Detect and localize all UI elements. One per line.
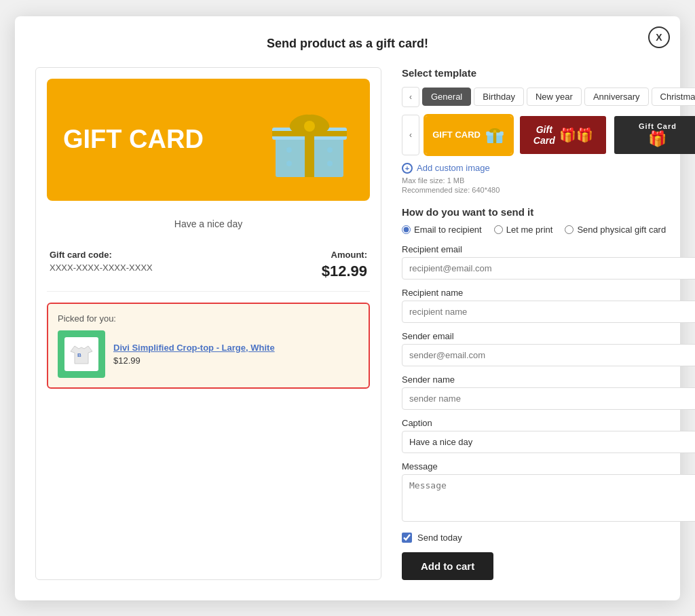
message-textarea[interactable] <box>402 474 695 522</box>
picked-product: B Divi Simplified Crop-top - Large, Whit… <box>58 330 359 378</box>
send-today-label: Send today <box>417 533 462 543</box>
svg-point-6 <box>304 121 315 132</box>
send-option-print-radio[interactable] <box>494 225 503 234</box>
template-thumb-dark[interactable]: Gift Card 🎁 <box>612 114 695 156</box>
template-dark-text: Gift Card <box>639 122 677 130</box>
tab-christmas[interactable]: Christma <box>652 88 695 106</box>
svg-point-7 <box>286 147 292 153</box>
gift-card-code-label: Gift card code: <box>50 250 153 260</box>
gift-card-preview: GIFT CARD <box>47 79 370 201</box>
template-red-text: GiftCard <box>533 124 555 146</box>
send-option-physical-label: Send physical gift card <box>577 225 666 235</box>
send-today-row: Send today <box>402 533 695 543</box>
gift-card-modal: X Send product as a gift card! GIFT CARD <box>15 16 680 600</box>
tab-birthday[interactable]: Birthday <box>474 88 524 106</box>
send-method-radio-group: Email to recipient Let me print Send phy… <box>402 225 695 235</box>
svg-rect-3 <box>272 131 347 136</box>
send-option-print-label: Let me print <box>506 225 553 235</box>
template-red-gifts: 🎁🎁 <box>559 127 593 143</box>
recipient-email-label: Recipient email <box>402 244 695 254</box>
right-panel: Select template ‹ General Birthday New y… <box>402 67 695 580</box>
product-details: Divi Simplified Crop-top - Large, White … <box>113 343 275 366</box>
left-panel: GIFT CARD <box>35 67 381 580</box>
gift-card-amount-value: $12.99 <box>322 263 367 280</box>
modal-body: GIFT CARD <box>35 67 660 580</box>
gift-card-amount-label: Amount: <box>322 250 367 260</box>
recipient-name-label: Recipient name <box>402 288 695 298</box>
svg-marker-11 <box>71 346 92 364</box>
select-template-title: Select template <box>402 67 695 79</box>
template-tabs: ‹ General Birthday New year Anniversary … <box>402 87 695 107</box>
product-thumbnail: B <box>58 330 105 378</box>
sender-name-group: Sender name <box>402 374 695 410</box>
sender-name-input[interactable] <box>402 387 695 410</box>
recipient-name-input[interactable] <box>402 301 695 323</box>
gift-card-title: GIFT CARD <box>63 126 204 154</box>
svg-point-8 <box>327 147 333 153</box>
tab-new-year[interactable]: New year <box>527 88 582 106</box>
tabs-prev-button[interactable]: ‹ <box>402 87 419 107</box>
send-option-email-label: Email to recipient <box>414 225 482 235</box>
message-label: Message <box>402 461 695 471</box>
max-file-size-hint: Max file size: 1 MB <box>402 176 695 185</box>
send-option-physical[interactable]: Send physical gift card <box>565 225 666 235</box>
picked-label: Picked for you: <box>58 313 359 324</box>
send-option-email[interactable]: Email to recipient <box>402 225 482 235</box>
gift-card-info: Gift card code: XXXX-XXXX-XXXX-XXXX Amou… <box>47 250 370 292</box>
send-option-physical-radio[interactable] <box>565 225 574 234</box>
add-to-cart-button[interactable]: Add to cart <box>402 552 493 580</box>
template-orange-text: GIFT CARD <box>432 130 481 140</box>
recipient-name-group: Recipient name <box>402 288 695 323</box>
caption-input[interactable] <box>402 431 695 453</box>
picked-for-you-section: Picked for you: B Divi Simplified Crop-t… <box>47 303 370 389</box>
send-option-email-radio[interactable] <box>402 225 411 234</box>
svg-text:B: B <box>77 352 81 358</box>
tab-general[interactable]: General <box>422 88 471 106</box>
template-images-prev-button[interactable]: ‹ <box>402 115 419 155</box>
gift-card-code-value: XXXX-XXXX-XXXX-XXXX <box>50 263 153 273</box>
sender-email-input[interactable] <box>402 344 695 366</box>
sender-email-group: Sender email <box>402 331 695 366</box>
add-custom-image-link[interactable]: + Add custom image <box>402 163 695 174</box>
gift-card-message: Have a nice day <box>47 212 370 236</box>
caption-group: Caption <box>402 418 695 453</box>
product-price: $12.99 <box>113 355 275 366</box>
modal-title: Send product as a gift card! <box>35 37 660 51</box>
close-button[interactable]: X <box>648 26 670 48</box>
recipient-email-group: Recipient email <box>402 244 695 280</box>
svg-rect-15 <box>493 131 497 142</box>
sender-name-label: Sender name <box>402 374 695 385</box>
template-images: ‹ GIFT CARD <box>402 114 695 156</box>
svg-point-18 <box>493 130 497 133</box>
template-dark-gift-emoji: 🎁 <box>639 130 677 148</box>
template-thumb-gift-icon <box>485 125 505 145</box>
product-name[interactable]: Divi Simplified Crop-top - Large, White <box>113 343 275 353</box>
svg-point-10 <box>327 161 333 166</box>
tab-anniversary[interactable]: Anniversary <box>584 88 649 106</box>
shirt-icon: B <box>68 341 95 368</box>
add-custom-image-label: Add custom image <box>417 163 490 173</box>
gift-box-icon <box>265 99 354 180</box>
caption-label: Caption <box>402 418 695 428</box>
sender-email-label: Sender email <box>402 331 695 341</box>
svg-point-9 <box>286 161 292 166</box>
send-option-print[interactable]: Let me print <box>494 225 553 235</box>
send-today-checkbox[interactable] <box>402 533 412 543</box>
send-method-title: How do you want to send it <box>402 206 695 218</box>
template-thumb-orange[interactable]: GIFT CARD <box>424 114 514 156</box>
recipient-email-input[interactable] <box>402 257 695 280</box>
recommended-size-hint: Recommended size: 640*480 <box>402 186 695 194</box>
template-thumb-red[interactable]: GiftCard 🎁🎁 <box>518 114 608 156</box>
message-group: Message <box>402 461 695 524</box>
product-thumb-inner: B <box>64 337 98 371</box>
add-custom-icon: + <box>402 163 413 174</box>
